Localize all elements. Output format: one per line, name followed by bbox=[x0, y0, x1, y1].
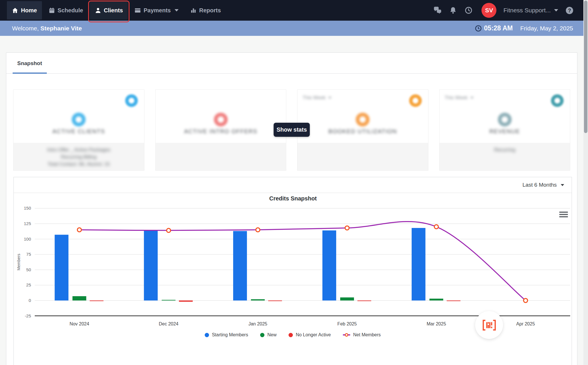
svg-text:Jan 2025: Jan 2025 bbox=[248, 321, 267, 326]
show-stats-button[interactable]: Show stats bbox=[274, 123, 310, 137]
welcome-bar: Welcome, Stephanie Vite 05:28 AM Friday,… bbox=[0, 21, 588, 36]
stat-cards-row: ACTIVE CLIENTS Intro Offer _ Active Pack… bbox=[13, 89, 570, 171]
svg-text:Nov 2024: Nov 2024 bbox=[69, 321, 89, 326]
legend-item[interactable]: No Longer Active bbox=[289, 332, 331, 337]
period-selector[interactable]: This Week bbox=[445, 95, 473, 101]
stat-card-revenue: This Week REVENUE Recurring bbox=[439, 89, 570, 171]
stat-card-booked-utilization: This Week BOOKED UTILIZATION bbox=[297, 89, 428, 171]
legend-item[interactable]: New bbox=[260, 332, 276, 337]
calendar-icon bbox=[49, 7, 55, 14]
chart-panel-header: Last 6 Months bbox=[14, 177, 572, 193]
stat-card-footer: Intro Offer _ Active Packages Recurring … bbox=[13, 143, 144, 170]
legend-swatch-dot bbox=[205, 333, 209, 337]
bell-icon[interactable] bbox=[449, 6, 457, 15]
legend-label: Starting Members bbox=[212, 332, 248, 337]
current-time: 05:28 AM bbox=[475, 24, 513, 32]
legend-label: New bbox=[267, 332, 276, 337]
chart-context-menu-button[interactable] bbox=[559, 210, 568, 219]
history-icon[interactable] bbox=[464, 6, 473, 15]
legend-swatch-dot bbox=[289, 333, 293, 337]
nav-item-clients[interactable]: Clients bbox=[90, 1, 128, 19]
avatar[interactable]: SV bbox=[481, 3, 496, 18]
home-icon bbox=[12, 7, 18, 14]
stat-card-title: ACTIVE INTRO OFFERS bbox=[156, 128, 286, 135]
stat-card-body: ACTIVE INTRO OFFERS bbox=[156, 90, 286, 143]
user-name: Stephanie Vite bbox=[40, 25, 82, 32]
stat-donut bbox=[356, 113, 370, 126]
legend-swatch-dot bbox=[260, 333, 264, 337]
svg-text:Apr 2025: Apr 2025 bbox=[516, 321, 535, 326]
stat-card-title: REVENUE bbox=[440, 128, 570, 135]
chevron-down-icon bbox=[175, 9, 179, 11]
footer-line: Total Contact: 96, Alumni: 15 bbox=[13, 161, 144, 168]
svg-text:100: 100 bbox=[24, 237, 31, 241]
stat-donut bbox=[498, 113, 512, 126]
stat-card-title: BOOKED UTILIZATION bbox=[297, 128, 428, 135]
card-settings-icon[interactable] bbox=[551, 94, 564, 107]
svg-text:Feb 2025: Feb 2025 bbox=[337, 321, 357, 326]
svg-text:0: 0 bbox=[29, 298, 31, 303]
help-icon[interactable]: ? bbox=[565, 6, 574, 15]
dashboard-root: Home Schedule Clients Payments bbox=[0, 0, 588, 365]
nav-item-payments[interactable]: Payments bbox=[129, 1, 183, 19]
footer-line: Recurring bbox=[440, 146, 570, 153]
nav-item-schedule[interactable]: Schedule bbox=[44, 1, 88, 19]
stat-card-active-intro-offers: ACTIVE INTRO OFFERS bbox=[155, 89, 287, 171]
svg-text:50: 50 bbox=[26, 267, 31, 272]
stat-card-title: ACTIVE CLIENTS bbox=[13, 128, 144, 135]
account-menu[interactable]: Fitness Support... bbox=[503, 7, 558, 14]
nav-item-label: Payments bbox=[144, 7, 171, 14]
account-label: Fitness Support... bbox=[503, 7, 551, 14]
stat-card-body: ACTIVE CLIENTS bbox=[13, 90, 144, 143]
nav-item-label: Schedule bbox=[58, 7, 83, 14]
time-text: 05:28 AM bbox=[484, 24, 513, 32]
stat-card-footer: Recurring bbox=[440, 143, 570, 170]
tab-snapshot[interactable]: Snapshot bbox=[13, 53, 47, 74]
legend-label: Net Members bbox=[353, 332, 381, 337]
chat-icon[interactable] bbox=[433, 6, 442, 15]
svg-text:150: 150 bbox=[24, 206, 31, 210]
svg-text:?: ? bbox=[568, 7, 571, 13]
svg-text:Dec 2024: Dec 2024 bbox=[159, 321, 179, 326]
page-scrollbar-thumb[interactable] bbox=[584, 1, 587, 133]
stat-card-body: This Week BOOKED UTILIZATION bbox=[297, 90, 428, 143]
stat-card-body: This Week REVENUE bbox=[440, 90, 570, 143]
nav-item-home[interactable]: Home bbox=[7, 1, 42, 19]
svg-text:75: 75 bbox=[26, 252, 31, 257]
nav-item-label: Reports bbox=[199, 7, 221, 14]
range-label: Last 6 Months bbox=[523, 182, 557, 188]
bar-chart-icon bbox=[190, 7, 197, 14]
footer-line: Intro Offer _ Active Packages bbox=[13, 146, 144, 153]
nav-item-reports[interactable]: Reports bbox=[185, 1, 226, 19]
barcode-loader-icon bbox=[475, 311, 503, 339]
period-selector[interactable]: This Week bbox=[303, 95, 331, 101]
welcome-message: Welcome, Stephanie Vite bbox=[12, 25, 82, 32]
chart-body: 1501251007550250-25Credits SnapshotMembe… bbox=[14, 193, 572, 365]
range-selector-dropdown[interactable]: Last 6 Months bbox=[523, 182, 564, 188]
chevron-down-icon bbox=[328, 97, 331, 99]
page-scrollbar-track[interactable] bbox=[583, 0, 588, 365]
tab-label: Snapshot bbox=[17, 60, 42, 66]
legend-label: No Longer Active bbox=[296, 332, 331, 337]
svg-text:Members: Members bbox=[16, 254, 21, 270]
svg-text:25: 25 bbox=[26, 282, 31, 287]
chevron-down-icon bbox=[561, 184, 564, 186]
nav-item-label: Clients bbox=[104, 7, 123, 14]
card-icon bbox=[134, 7, 141, 14]
legend-item[interactable]: Net Members bbox=[343, 332, 381, 337]
card-settings-icon[interactable] bbox=[409, 94, 422, 107]
stat-card-footer bbox=[156, 143, 286, 170]
stat-donut bbox=[72, 113, 86, 126]
chevron-down-icon bbox=[554, 9, 558, 11]
card-settings-icon[interactable] bbox=[125, 94, 138, 107]
clock-icon bbox=[475, 25, 482, 32]
legend-swatch-line-marker bbox=[343, 334, 350, 335]
person-icon bbox=[95, 7, 101, 14]
page-content: Snapshot ACTIVE CLIENTS Intro Offer _ Ac… bbox=[0, 36, 588, 365]
chevron-down-icon bbox=[471, 97, 473, 99]
stat-donut bbox=[214, 113, 228, 126]
greeting-prefix: Welcome, bbox=[12, 25, 39, 32]
footer-line: Recurring Billing bbox=[13, 153, 144, 161]
legend-item[interactable]: Starting Members bbox=[205, 332, 248, 337]
avatar-initials: SV bbox=[485, 7, 493, 14]
